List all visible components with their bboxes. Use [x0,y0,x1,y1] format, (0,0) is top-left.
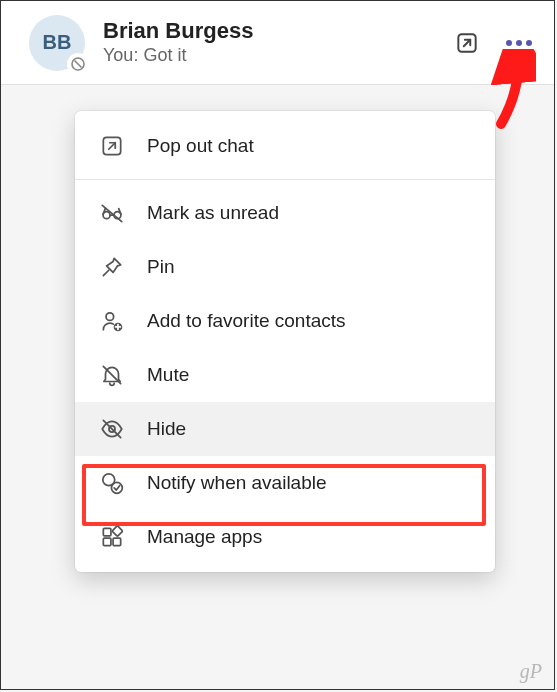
menu-label: Notify when available [147,472,327,494]
menu-label: Hide [147,418,186,440]
watermark: gP [520,660,542,683]
menu-pin[interactable]: Pin [75,240,495,294]
menu-label: Add to favorite contacts [147,310,346,332]
menu-label: Manage apps [147,526,262,548]
chat-list-item[interactable]: BB Brian Burgess You: Got it [1,1,554,85]
pin-icon [99,254,125,280]
svg-point-18 [111,482,122,493]
menu-label: Mute [147,364,189,386]
contact-name: Brian Burgess [103,19,450,43]
menu-mark-unread[interactable]: Mark as unread [75,186,495,240]
more-icon [506,40,532,46]
svg-rect-19 [103,528,111,536]
chat-context-menu: Pop out chat Mark as unread [75,111,495,572]
chat-header-text: Brian Burgess You: Got it [103,19,450,66]
menu-label: Mark as unread [147,202,279,224]
menu-divider [75,179,495,180]
menu-notify-available[interactable]: Notify when available [75,456,495,510]
bell-slash-icon [99,362,125,388]
eye-slash-icon [99,416,125,442]
svg-line-5 [109,143,116,150]
menu-pop-out-chat[interactable]: Pop out chat [75,119,495,173]
apps-icon [99,524,125,550]
svg-rect-20 [103,538,111,546]
menu-manage-apps[interactable]: Manage apps [75,510,495,564]
menu-mute[interactable]: Mute [75,348,495,402]
svg-line-1 [75,60,82,67]
presence-check-icon [99,470,125,496]
pop-out-icon [99,133,125,159]
glasses-slash-icon [99,200,125,226]
pop-out-icon [454,30,480,56]
chat-preview: You: Got it [103,45,450,66]
menu-hide[interactable]: Hide [75,402,495,456]
more-options-button[interactable] [502,26,536,60]
svg-rect-21 [113,538,121,546]
svg-line-9 [103,270,108,275]
svg-point-10 [106,313,114,321]
avatar: BB [29,15,85,71]
presence-offline-icon [67,53,89,75]
avatar-initials: BB [43,31,72,54]
menu-add-favorite[interactable]: Add to favorite contacts [75,294,495,348]
menu-label: Pop out chat [147,135,254,157]
svg-rect-22 [112,526,123,537]
menu-label: Pin [147,256,174,278]
pop-out-chat-button[interactable] [450,26,484,60]
add-contact-icon [99,308,125,334]
